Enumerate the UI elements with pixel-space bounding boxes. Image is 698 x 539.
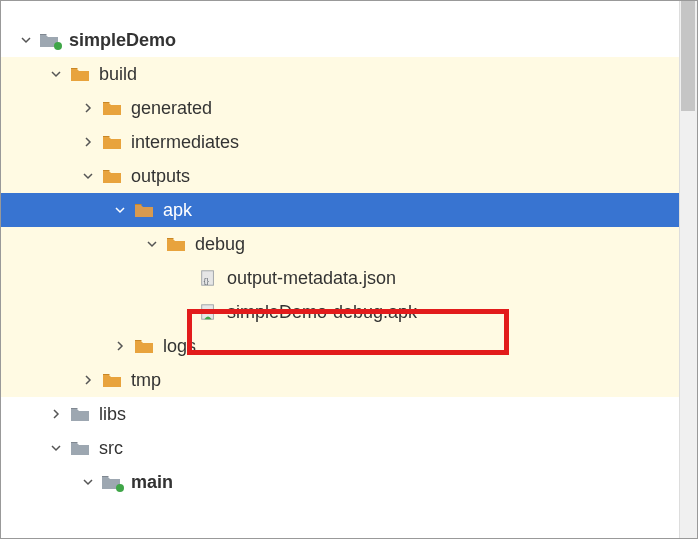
json-file-icon: {}	[197, 267, 219, 289]
chevron-right-icon[interactable]	[79, 133, 97, 151]
chevron-down-icon[interactable]	[79, 473, 97, 491]
tree-row-output-metadata[interactable]: {} output-metadata.json	[1, 261, 697, 295]
folder-icon	[69, 403, 91, 425]
tree-label: tmp	[131, 370, 161, 391]
folder-icon	[101, 369, 123, 391]
tree-label: apk	[163, 200, 192, 221]
folder-icon	[133, 199, 155, 221]
tree-row-main[interactable]: main	[1, 465, 697, 499]
tree-row-debug[interactable]: debug	[1, 227, 697, 261]
tree-label: simpleDemo-debug.apk	[227, 302, 417, 323]
tree-row-tmp[interactable]: tmp	[1, 363, 697, 397]
chevron-right-icon[interactable]	[79, 371, 97, 389]
tree-row-intermediates[interactable]: intermediates	[1, 125, 697, 159]
chevron-down-icon[interactable]	[47, 439, 65, 457]
module-folder-icon	[39, 29, 61, 51]
chevron-down-icon[interactable]	[17, 31, 35, 49]
chevron-down-icon[interactable]	[79, 167, 97, 185]
scrollbar-thumb[interactable]	[681, 1, 695, 111]
chevron-down-icon[interactable]	[47, 65, 65, 83]
module-dot-icon	[54, 42, 62, 50]
tree-row-src[interactable]: src	[1, 431, 697, 465]
tree-label: libs	[99, 404, 126, 425]
tree-row-apk-selected[interactable]: apk	[1, 193, 697, 227]
tree-label: generated	[131, 98, 212, 119]
chevron-right-icon[interactable]	[47, 405, 65, 423]
tree-row-outputs[interactable]: outputs	[1, 159, 697, 193]
svg-text:{}: {}	[204, 276, 210, 285]
tree-row-apk-file[interactable]: simpleDemo-debug.apk	[1, 295, 697, 329]
tree-label: output-metadata.json	[227, 268, 396, 289]
tree-row[interactable]	[1, 5, 697, 23]
tree-label: main	[131, 472, 173, 493]
tree-label: src	[99, 438, 123, 459]
tree-label: build	[99, 64, 137, 85]
tree-label: intermediates	[131, 132, 239, 153]
chevron-right-icon[interactable]	[111, 337, 129, 355]
tree-label: debug	[195, 234, 245, 255]
folder-icon	[101, 97, 123, 119]
tree-row-simpledemo[interactable]: simpleDemo	[1, 23, 697, 57]
folder-icon	[101, 131, 123, 153]
folder-icon	[69, 437, 91, 459]
tree-label: logs	[163, 336, 196, 357]
apk-file-icon	[197, 301, 219, 323]
chevron-down-icon[interactable]	[111, 201, 129, 219]
module-folder-icon	[101, 471, 123, 493]
tree-row-build[interactable]: build	[1, 57, 697, 91]
scrollbar-track[interactable]	[679, 1, 697, 538]
tree-label: simpleDemo	[69, 30, 176, 51]
folder-icon	[133, 335, 155, 357]
tree-label: outputs	[131, 166, 190, 187]
chevron-right-icon[interactable]	[79, 99, 97, 117]
module-dot-icon	[116, 484, 124, 492]
folder-icon	[69, 63, 91, 85]
tree-row-libs[interactable]: libs	[1, 397, 697, 431]
project-tree: simpleDemo build generated intermediates	[1, 1, 697, 503]
chevron-down-icon[interactable]	[143, 235, 161, 253]
folder-icon	[165, 233, 187, 255]
tree-row-logs[interactable]: logs	[1, 329, 697, 363]
tree-row-generated[interactable]: generated	[1, 91, 697, 125]
folder-icon	[101, 165, 123, 187]
